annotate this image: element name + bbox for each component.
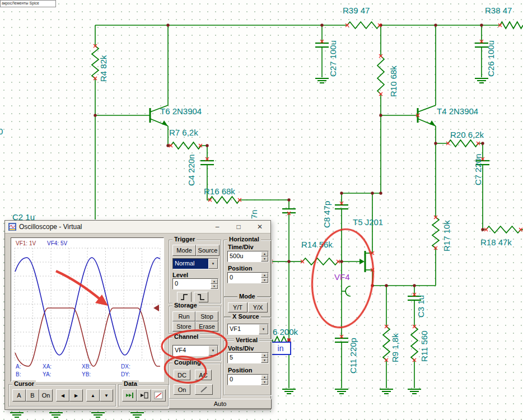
spin-up-icon[interactable]: ▲	[261, 273, 268, 278]
capacitor-C8[interactable]	[335, 205, 348, 209]
spin-down-icon[interactable]: ▼	[261, 358, 268, 363]
component-label[interactable]: R7 6,2k	[169, 128, 198, 137]
component-label[interactable]: R9 1,8k	[390, 333, 400, 362]
spin-down-icon[interactable]: ▼	[261, 380, 268, 385]
component-label[interactable]: R38 47	[485, 6, 512, 15]
cursor-a-button[interactable]: A	[12, 389, 26, 402]
probe-vf4[interactable]	[345, 286, 351, 296]
component-label[interactable]: R16 68k	[204, 186, 235, 196]
component-label[interactable]: 6 200k	[273, 327, 298, 337]
component-label[interactable]: R18 47k	[480, 237, 512, 247]
component-label[interactable]: T5 J201	[353, 217, 383, 227]
horizontal-position-value[interactable]: 0	[228, 273, 261, 283]
cursor-up-button[interactable]: ▲	[86, 389, 100, 402]
run-button[interactable]: Run	[172, 311, 195, 321]
cursor-on-button[interactable]: On	[39, 389, 53, 402]
resistor-R7[interactable]	[171, 142, 201, 149]
component-label[interactable]: C7 220n	[473, 153, 483, 185]
horizontal-position-spinner[interactable]: 0 ▲ ▼	[227, 272, 269, 283]
data-copy-button[interactable]	[137, 389, 151, 402]
spin-up-icon[interactable]: ▲	[261, 375, 268, 380]
volts-div-spinner[interactable]: 5 ▲ ▼	[227, 352, 269, 363]
resistor-R16[interactable]	[209, 197, 240, 203]
cursor-right-button[interactable]: ▶	[69, 389, 83, 402]
component-label[interactable]: C27 100u	[328, 40, 338, 77]
transistor-T4[interactable]	[418, 105, 436, 126]
component-label[interactable]: C8 47p	[322, 201, 331, 228]
component-label[interactable]: R20 6,2k	[450, 130, 484, 139]
dropdown-arrow-icon[interactable]: ▼	[208, 259, 218, 269]
transistor-T5[interactable]	[359, 251, 372, 272]
net-label-in[interactable]: in	[270, 342, 291, 355]
resistor-R9[interactable]	[383, 326, 390, 360]
workspace-tab[interactable]: акросЛементы Spice	[0, 0, 56, 7]
titlebar[interactable]: Oscilloscope - Virtual – □ ✕	[5, 221, 270, 234]
component-label[interactable]: 0	[0, 127, 3, 136]
time-div-value[interactable]: 500u	[228, 251, 261, 262]
ac-coupling-button[interactable]: AC	[195, 370, 212, 380]
component-label[interactable]: T4 2N3904	[437, 106, 478, 116]
component-label[interactable]: C3 1u	[416, 295, 426, 318]
resistor-R39[interactable]	[347, 22, 380, 29]
yt-mode-button[interactable]: Y/T	[228, 302, 248, 312]
vertical-position-spinner[interactable]: 0 ▲ ▼	[227, 374, 269, 385]
auto-button[interactable]: Auto	[169, 399, 272, 409]
minimize-icon[interactable]: –	[207, 221, 228, 233]
dropdown-arrow-icon[interactable]: ▼	[208, 346, 218, 356]
component-label[interactable]: VF4	[334, 272, 350, 282]
spin-down-icon[interactable]: ▼	[261, 278, 268, 283]
trigger-source-button[interactable]: Source	[196, 245, 220, 256]
component-label[interactable]: R17 10k	[442, 220, 451, 251]
data-export-button[interactable]	[122, 389, 137, 402]
capacitor-C4[interactable]	[200, 161, 214, 165]
trigger-mode-select[interactable]: Normal ▼	[172, 258, 218, 269]
component-label[interactable]: R39 47	[343, 6, 370, 15]
trigger-mode-button[interactable]: Mode	[172, 245, 196, 256]
component-label[interactable]: C11 220p	[348, 338, 358, 374]
component-label[interactable]: T6 2N3904	[160, 106, 202, 116]
trigger-level-marker[interactable]	[153, 305, 159, 311]
spin-up-icon[interactable]: ▲	[261, 251, 268, 256]
channel-on-button[interactable]: On	[174, 384, 190, 395]
spin-down-icon[interactable]: ▼	[211, 284, 218, 289]
resistor-R4[interactable]	[92, 46, 99, 78]
close-icon[interactable]: ✕	[249, 221, 270, 233]
capacitor-C27[interactable]	[315, 43, 329, 47]
resistor-R10[interactable]	[377, 56, 384, 94]
dropdown-arrow-icon[interactable]: ▼	[259, 324, 268, 334]
capacitor-C11[interactable]	[335, 338, 348, 342]
spin-up-icon[interactable]: ▲	[211, 279, 218, 284]
component-label[interactable]: R4 82k	[99, 55, 108, 82]
resistor-R18[interactable]	[486, 226, 521, 233]
trace-color-button[interactable]	[195, 384, 213, 395]
channel-select[interactable]: VF4 ▼	[172, 345, 218, 356]
resistor-R14[interactable]	[302, 258, 338, 265]
yx-mode-button[interactable]: Y/X	[248, 302, 268, 312]
resistor-R38[interactable]	[500, 22, 523, 29]
component-label[interactable]: C26 100u	[486, 40, 496, 77]
volts-div-value[interactable]: 5	[228, 353, 261, 363]
store-button[interactable]: Store	[172, 321, 195, 332]
trigger-falling-edge-button[interactable]	[194, 292, 208, 302]
cursor-b-button[interactable]: B	[26, 389, 39, 402]
component-label[interactable]: R10 68k	[389, 66, 398, 97]
resistor-R17[interactable]	[432, 217, 439, 248]
erase-button[interactable]: Erase	[195, 321, 218, 332]
trigger-level-spinner[interactable]: 0 ▲ ▼	[172, 278, 218, 290]
data-view-button[interactable]	[151, 389, 166, 402]
component-label[interactable]: R14 56k	[301, 240, 333, 249]
spin-down-icon[interactable]: ▼	[261, 256, 268, 262]
dc-coupling-button[interactable]: DC	[174, 370, 190, 380]
stop-button[interactable]: Stop	[195, 311, 218, 321]
cursor-down-button[interactable]: ▼	[100, 389, 113, 402]
capacitor-C5[interactable]	[282, 209, 296, 213]
component-label[interactable]: C4 220n	[186, 154, 196, 186]
maximize-icon[interactable]: □	[228, 221, 249, 233]
x-source-select[interactable]: VF1 ▼	[227, 324, 269, 335]
spin-up-icon[interactable]: ▲	[261, 353, 268, 358]
cursor-left-button[interactable]: ◀	[56, 389, 69, 402]
trigger-rising-edge-button[interactable]	[177, 292, 192, 302]
trigger-level-value[interactable]: 0	[173, 279, 211, 289]
resistor-R20[interactable]	[448, 140, 478, 147]
component-label[interactable]: 7n	[249, 209, 259, 219]
